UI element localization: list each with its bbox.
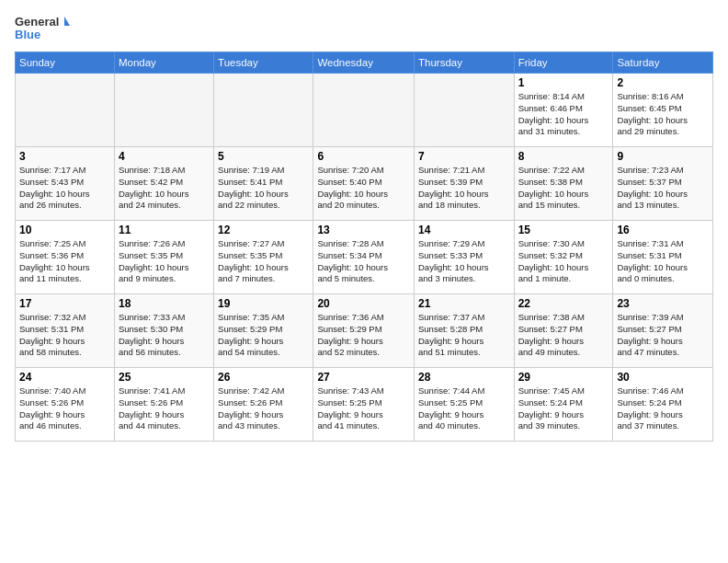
calendar-cell: 25Sunrise: 7:41 AMSunset: 5:26 PMDayligh… (114, 368, 213, 442)
calendar-cell (16, 74, 115, 147)
day-info: Sunrise: 7:20 AMSunset: 5:40 PMDaylight:… (317, 165, 410, 212)
day-number: 13 (317, 224, 410, 236)
day-number: 30 (617, 371, 709, 384)
week-row-2: 10Sunrise: 7:25 AMSunset: 5:36 PMDayligh… (16, 221, 713, 294)
calendar-cell: 8Sunrise: 7:22 AMSunset: 5:38 PMDaylight… (514, 147, 613, 221)
weekday-header-saturday: Saturday (613, 52, 713, 74)
day-info: Sunrise: 7:25 AMSunset: 5:36 PMDaylight:… (19, 238, 110, 285)
calendar-cell: 21Sunrise: 7:37 AMSunset: 5:28 PMDayligh… (415, 294, 515, 368)
calendar-cell: 12Sunrise: 7:27 AMSunset: 5:35 PMDayligh… (214, 221, 313, 294)
calendar-cell (114, 74, 213, 147)
day-number: 14 (418, 224, 510, 236)
calendar-cell: 10Sunrise: 7:25 AMSunset: 5:36 PMDayligh… (16, 221, 115, 294)
calendar-cell: 5Sunrise: 7:19 AMSunset: 5:41 PMDaylight… (214, 147, 313, 221)
calendar-cell: 4Sunrise: 7:18 AMSunset: 5:42 PMDaylight… (114, 147, 213, 221)
calendar-cell: 24Sunrise: 7:40 AMSunset: 5:26 PMDayligh… (16, 368, 115, 442)
day-number: 17 (19, 297, 110, 310)
calendar-cell: 19Sunrise: 7:35 AMSunset: 5:29 PMDayligh… (214, 294, 313, 368)
calendar-cell: 17Sunrise: 7:32 AMSunset: 5:31 PMDayligh… (16, 294, 115, 368)
day-info: Sunrise: 7:46 AMSunset: 5:24 PMDaylight:… (617, 385, 709, 432)
day-number: 3 (19, 150, 110, 163)
day-number: 23 (617, 297, 709, 310)
calendar-cell: 18Sunrise: 7:33 AMSunset: 5:30 PMDayligh… (114, 294, 213, 368)
calendar-cell: 28Sunrise: 7:44 AMSunset: 5:25 PMDayligh… (415, 368, 515, 442)
day-number: 24 (19, 371, 110, 384)
calendar-cell: 15Sunrise: 7:30 AMSunset: 5:32 PMDayligh… (514, 221, 613, 294)
day-number: 15 (518, 224, 609, 236)
day-info: Sunrise: 7:23 AMSunset: 5:37 PMDaylight:… (617, 165, 709, 212)
calendar-cell: 26Sunrise: 7:42 AMSunset: 5:26 PMDayligh… (214, 368, 313, 442)
day-info: Sunrise: 7:29 AMSunset: 5:33 PMDaylight:… (418, 238, 510, 285)
calendar-cell: 11Sunrise: 7:26 AMSunset: 5:35 PMDayligh… (114, 221, 213, 294)
calendar-cell: 1Sunrise: 8:14 AMSunset: 6:46 PMDaylight… (514, 74, 613, 147)
day-number: 27 (317, 371, 410, 384)
day-info: Sunrise: 7:18 AMSunset: 5:42 PMDaylight:… (119, 165, 210, 212)
day-number: 7 (418, 150, 510, 163)
calendar-cell: 23Sunrise: 7:39 AMSunset: 5:27 PMDayligh… (613, 294, 713, 368)
day-number: 4 (119, 150, 210, 163)
day-info: Sunrise: 7:38 AMSunset: 5:27 PMDaylight:… (518, 312, 609, 359)
calendar: SundayMondayTuesdayWednesdayThursdayFrid… (15, 52, 713, 442)
day-number: 18 (119, 297, 210, 310)
week-row-4: 24Sunrise: 7:40 AMSunset: 5:26 PMDayligh… (16, 368, 713, 442)
calendar-cell: 30Sunrise: 7:46 AMSunset: 5:24 PMDayligh… (613, 368, 713, 442)
day-info: Sunrise: 7:17 AMSunset: 5:43 PMDaylight:… (19, 165, 110, 212)
calendar-cell: 2Sunrise: 8:16 AMSunset: 6:45 PMDaylight… (613, 74, 713, 147)
weekday-header-wednesday: Wednesday (313, 52, 415, 74)
day-info: Sunrise: 7:37 AMSunset: 5:28 PMDaylight:… (418, 312, 510, 359)
day-number: 26 (218, 371, 309, 384)
svg-marker-2 (64, 17, 70, 26)
day-number: 19 (218, 297, 309, 310)
calendar-cell: 16Sunrise: 7:31 AMSunset: 5:31 PMDayligh… (613, 221, 713, 294)
calendar-cell: 27Sunrise: 7:43 AMSunset: 5:25 PMDayligh… (313, 368, 415, 442)
day-info: Sunrise: 7:36 AMSunset: 5:29 PMDaylight:… (317, 312, 410, 359)
day-info: Sunrise: 8:14 AMSunset: 6:46 PMDaylight:… (518, 91, 609, 138)
header: General Blue (15, 9, 713, 46)
day-number: 5 (218, 150, 309, 163)
day-info: Sunrise: 7:22 AMSunset: 5:38 PMDaylight:… (518, 165, 609, 212)
day-info: Sunrise: 7:21 AMSunset: 5:39 PMDaylight:… (418, 165, 510, 212)
day-info: Sunrise: 7:19 AMSunset: 5:41 PMDaylight:… (218, 165, 309, 212)
day-info: Sunrise: 8:16 AMSunset: 6:45 PMDaylight:… (617, 91, 709, 138)
day-info: Sunrise: 7:32 AMSunset: 5:31 PMDaylight:… (19, 312, 110, 359)
day-number: 6 (317, 150, 410, 163)
day-number: 1 (518, 76, 609, 89)
calendar-cell (313, 74, 415, 147)
calendar-cell (415, 74, 515, 147)
logo: General Blue (15, 13, 70, 46)
logo-svg: General Blue (15, 13, 70, 46)
day-number: 21 (418, 297, 510, 310)
day-info: Sunrise: 7:31 AMSunset: 5:31 PMDaylight:… (617, 238, 709, 285)
calendar-cell: 3Sunrise: 7:17 AMSunset: 5:43 PMDaylight… (16, 147, 115, 221)
day-info: Sunrise: 7:33 AMSunset: 5:30 PMDaylight:… (119, 312, 210, 359)
day-info: Sunrise: 7:44 AMSunset: 5:25 PMDaylight:… (418, 385, 510, 432)
day-number: 8 (518, 150, 609, 163)
day-info: Sunrise: 7:40 AMSunset: 5:26 PMDaylight:… (19, 385, 110, 432)
day-number: 2 (617, 76, 709, 89)
calendar-cell: 9Sunrise: 7:23 AMSunset: 5:37 PMDaylight… (613, 147, 713, 221)
calendar-cell: 6Sunrise: 7:20 AMSunset: 5:40 PMDaylight… (313, 147, 415, 221)
week-row-1: 3Sunrise: 7:17 AMSunset: 5:43 PMDaylight… (16, 147, 713, 221)
calendar-cell: 14Sunrise: 7:29 AMSunset: 5:33 PMDayligh… (415, 221, 515, 294)
day-info: Sunrise: 7:39 AMSunset: 5:27 PMDaylight:… (617, 312, 709, 359)
day-info: Sunrise: 7:35 AMSunset: 5:29 PMDaylight:… (218, 312, 309, 359)
weekday-header-monday: Monday (114, 52, 213, 74)
calendar-cell: 20Sunrise: 7:36 AMSunset: 5:29 PMDayligh… (313, 294, 415, 368)
day-number: 12 (218, 224, 309, 236)
week-row-0: 1Sunrise: 8:14 AMSunset: 6:46 PMDaylight… (16, 74, 713, 147)
page: General Blue SundayMondayTuesdayWednesda… (0, 0, 728, 451)
week-row-3: 17Sunrise: 7:32 AMSunset: 5:31 PMDayligh… (16, 294, 713, 368)
day-info: Sunrise: 7:28 AMSunset: 5:34 PMDaylight:… (317, 238, 410, 285)
day-info: Sunrise: 7:43 AMSunset: 5:25 PMDaylight:… (317, 385, 410, 432)
weekday-header-thursday: Thursday (415, 52, 515, 74)
day-number: 25 (119, 371, 210, 384)
day-number: 11 (119, 224, 210, 236)
weekday-header-friday: Friday (514, 52, 613, 74)
day-info: Sunrise: 7:27 AMSunset: 5:35 PMDaylight:… (218, 238, 309, 285)
calendar-cell: 22Sunrise: 7:38 AMSunset: 5:27 PMDayligh… (514, 294, 613, 368)
calendar-cell: 29Sunrise: 7:45 AMSunset: 5:24 PMDayligh… (514, 368, 613, 442)
day-info: Sunrise: 7:45 AMSunset: 5:24 PMDaylight:… (518, 385, 609, 432)
day-number: 9 (617, 150, 709, 163)
svg-text:Blue: Blue (15, 28, 40, 41)
weekday-header-sunday: Sunday (16, 52, 115, 74)
